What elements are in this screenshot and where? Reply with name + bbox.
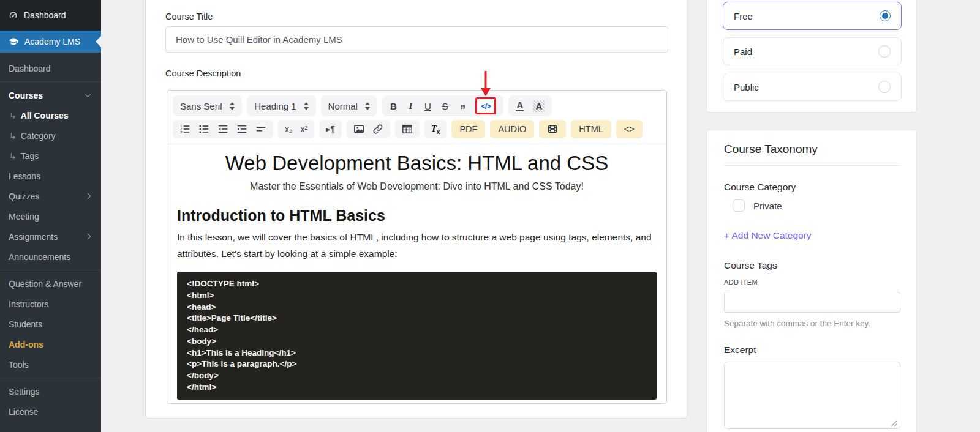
code-icon: </>: [481, 102, 491, 111]
sidebar-item-dashboard-top[interactable]: Dashboard: [0, 0, 101, 31]
text-color-button[interactable]: A: [516, 100, 524, 111]
blockquote-button[interactable]: ,,: [458, 96, 466, 110]
sidebar-item-courses[interactable]: Courses: [0, 85, 101, 105]
course-title-input[interactable]: [165, 26, 668, 53]
plugin-submenu: Dashboard Courses ↳All Courses ↳Category…: [0, 53, 101, 422]
sidebar-item-all-courses[interactable]: ↳All Courses: [0, 105, 101, 125]
chevron-right-icon: [85, 193, 91, 199]
sidebar-separator: [0, 378, 101, 378]
sidebar-separator: [0, 81, 101, 82]
sidebar-item-dashboard[interactable]: Dashboard: [0, 58, 101, 78]
sidebar-separator: [0, 270, 101, 270]
sidebar-item-students[interactable]: Students: [0, 314, 101, 334]
italic-button[interactable]: I: [407, 101, 415, 111]
quill-editor: Sans Serif Heading 1 Normal B I U S ,,: [167, 90, 667, 404]
tags-input[interactable]: [724, 292, 900, 313]
sub-arrow-icon: ↳: [9, 151, 17, 161]
option-public[interactable]: Public: [723, 73, 902, 101]
section-paragraph: In this lesson, we will cover the basics…: [177, 229, 657, 262]
course-tags-label: Course Tags: [724, 260, 777, 271]
annotation-red-arrow: [480, 71, 491, 98]
subscript-button[interactable]: x₂: [285, 124, 292, 134]
excerpt-label: Excerpt: [724, 344, 756, 356]
code-block-button[interactable]: </>: [475, 97, 497, 114]
indent-button[interactable]: [236, 124, 247, 135]
sidebar-item-category[interactable]: ↳Category: [0, 125, 101, 146]
sidebar-item-assignments[interactable]: Assignments: [0, 226, 101, 247]
radio-icon[interactable]: [878, 81, 891, 93]
category-private-option[interactable]: Private: [733, 199, 782, 212]
sidebar-item-meeting[interactable]: Meeting: [0, 206, 101, 226]
sidebar-item-addons[interactable]: Add-ons: [0, 334, 101, 354]
strikethrough-button[interactable]: S: [441, 101, 449, 111]
editor-content[interactable]: Web Development Basics: HTML and CSS Mas…: [167, 152, 666, 400]
sidebar-item-announcements[interactable]: Announcements: [0, 247, 101, 267]
course-category-label: Course Category: [724, 182, 796, 193]
checkbox-icon[interactable]: [733, 199, 745, 212]
chevron-right-icon: [85, 234, 91, 240]
add-item-label: ADD ITEM: [724, 278, 758, 286]
radio-selected-icon[interactable]: [880, 10, 891, 21]
sidebar-item-quizzes[interactable]: Quizzes: [0, 186, 101, 206]
radio-icon[interactable]: [878, 45, 891, 58]
tags-help-text: Separate with commas or the Enter key.: [724, 319, 870, 328]
course-title-label: Course Title: [165, 12, 213, 21]
sub-arrow-icon: ↳: [9, 131, 17, 141]
gauge-icon: [8, 10, 18, 21]
divider: [724, 165, 900, 166]
html-button[interactable]: HTML: [571, 120, 611, 138]
course-description-label: Course Description: [165, 69, 241, 78]
ordered-list-button[interactable]: 123: [179, 124, 190, 135]
background-color-button[interactable]: A: [533, 100, 545, 112]
option-free[interactable]: Free: [723, 2, 902, 30]
table-button[interactable]: [402, 124, 413, 135]
sidebar-item-instructors[interactable]: Instructors: [0, 294, 101, 314]
sort-arrows-icon: [304, 102, 309, 110]
size-select[interactable]: Normal: [321, 95, 377, 116]
add-new-category-link[interactable]: + Add New Category: [724, 230, 812, 241]
align-button[interactable]: [255, 124, 266, 135]
admin-sidebar: Dashboard Academy LMS Dashboard Courses …: [0, 0, 101, 432]
superscript-button[interactable]: x²: [300, 124, 307, 134]
pdf-button[interactable]: PDF: [451, 120, 485, 138]
document-subtitle: Master the Essentials of Web Development…: [177, 181, 657, 192]
graduation-cap-icon: [8, 36, 19, 47]
sidebar-item-settings[interactable]: Settings: [0, 381, 101, 401]
option-paid[interactable]: Paid: [723, 37, 902, 65]
outdent-button[interactable]: [217, 124, 228, 135]
film-icon: [547, 124, 558, 135]
font-family-select[interactable]: Sans Serif: [173, 95, 242, 116]
sidebar-item-tags[interactable]: ↳Tags: [0, 146, 101, 166]
sort-arrows-icon: [365, 102, 370, 110]
sidebar-item-label: Academy LMS: [24, 37, 80, 47]
svg-text:3: 3: [180, 130, 182, 134]
sidebar-item-tools[interactable]: Tools: [0, 354, 101, 374]
chevron-down-icon: [85, 91, 91, 97]
link-button[interactable]: [372, 124, 383, 135]
panel-title: Course Taxonomy: [724, 143, 818, 156]
underline-button[interactable]: U: [424, 101, 432, 111]
heading-select[interactable]: Heading 1: [247, 95, 315, 116]
course-taxonomy-panel: Course Taxonomy Course Category Private …: [706, 130, 917, 432]
sidebar-item-license[interactable]: License: [0, 401, 101, 422]
quill-toolbar: Sans Serif Heading 1 Normal B I U S ,,: [167, 91, 666, 143]
code-block: <!DOCTYPE html><html><head><title>Page T…: [177, 272, 657, 400]
sidebar-item-label: Dashboard: [24, 10, 66, 20]
bullet-list-button[interactable]: [198, 124, 209, 135]
document-title: Web Development Basics: HTML and CSS: [177, 152, 657, 175]
video-button[interactable]: [539, 120, 566, 138]
section-heading: Introduction to HTML Basics: [177, 207, 657, 225]
shortcode-button[interactable]: <>: [616, 120, 643, 138]
image-button[interactable]: [353, 124, 364, 135]
text-direction-button[interactable]: ▸¶: [326, 124, 335, 134]
excerpt-textarea[interactable]: [724, 362, 900, 429]
sidebar-item-question-answer[interactable]: Question & Answer: [0, 274, 101, 294]
audio-button[interactable]: AUDIO: [490, 120, 534, 138]
bold-button[interactable]: B: [390, 101, 398, 111]
sidebar-item-academy-lms[interactable]: Academy LMS: [0, 31, 101, 53]
course-form-card: Course Title Course Description Sans Ser…: [145, 0, 687, 419]
sort-arrows-icon: [230, 102, 235, 110]
sidebar-item-lessons[interactable]: Lessons: [0, 166, 101, 186]
sub-arrow-icon: ↳: [9, 111, 17, 121]
clear-formatting-button[interactable]: Tx: [431, 124, 440, 135]
